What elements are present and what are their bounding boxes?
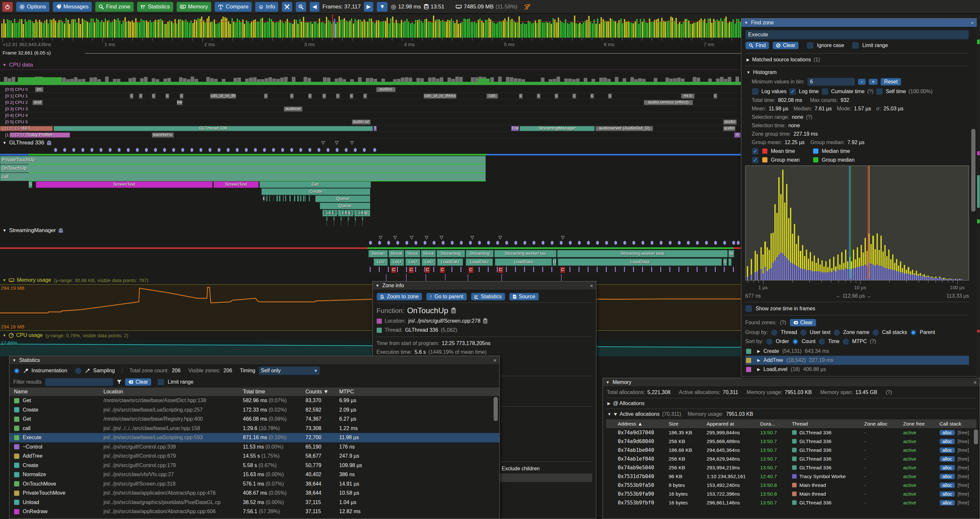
memory-col-address[interactable]: Address ▲ xyxy=(618,421,666,427)
timeline-zone[interactable]: Strean xyxy=(368,250,388,257)
statistics-titlebar[interactable]: ▼Statistics× xyxy=(10,356,500,365)
stats-row[interactable]: Executejni/../jni/src/claw/base/LuaScrip… xyxy=(10,433,500,442)
clipboard-icon[interactable] xyxy=(451,307,456,314)
memory-col-size[interactable]: Size xyxy=(669,421,704,427)
statistics-scrollbar[interactable] xyxy=(493,397,498,421)
timeline-zone[interactable] xyxy=(328,210,328,215)
timeline-zone[interactable]: ScreenText xyxy=(213,181,259,188)
find-zone-titlebar[interactable]: ▼Find zone× xyxy=(741,19,977,27)
timeline-zone[interactable]: LoU xyxy=(390,259,404,266)
timeline-zone[interactable]: c xyxy=(152,93,156,99)
sample-dot[interactable] xyxy=(651,241,654,245)
filter-input[interactable] xyxy=(45,378,113,386)
limit-range-checkbox[interactable] xyxy=(852,42,859,49)
timeline-zone[interactable]: Streaming worker task xyxy=(557,250,728,257)
memory-usage-header[interactable]: ▼Memory usage(y-range: 30.88 KB, visible… xyxy=(3,277,148,283)
sample-dot[interactable] xyxy=(542,241,544,245)
sample-dot[interactable] xyxy=(533,241,535,245)
sample-dot[interactable] xyxy=(363,148,366,152)
stats-row[interactable]: calljni/../jni/../../../src/claw/base/Lu… xyxy=(10,424,500,433)
sample-dot[interactable] xyxy=(433,241,436,245)
sample-dot[interactable] xyxy=(587,241,590,245)
timeline-zone[interactable] xyxy=(300,195,302,201)
sample-dot[interactable] xyxy=(299,148,302,152)
stats-row[interactable]: Unloadjni/../jni/src/claw/graphics/pixel… xyxy=(10,498,500,507)
timeline-zone[interactable]: C xyxy=(391,267,396,273)
zone-statistics-button[interactable]: Statistics xyxy=(471,293,505,300)
timeline-zone[interactable]: LoU xyxy=(406,259,420,266)
sample-dot[interactable] xyxy=(181,148,184,152)
timeline-zone[interactable]: audio.service (effect) xyxy=(644,100,693,105)
alloc-button[interactable]: alloc xyxy=(939,474,955,479)
radio-mtpc[interactable] xyxy=(843,338,849,345)
bin-minus-button[interactable]: - xyxy=(858,78,866,85)
memory-row[interactable]: 0x7553b9fa9016 bytes153,722,396ns13:50.8… xyxy=(606,489,977,498)
timeline-zone[interactable]: Streal xyxy=(388,250,404,257)
timeline-zone[interactable]: LoU xyxy=(422,259,436,266)
timeline-zone[interactable] xyxy=(309,195,310,201)
sample-dot[interactable] xyxy=(414,241,417,245)
zoom-to-zone-button[interactable]: Zoom to zone xyxy=(377,293,422,300)
timeline-zone[interactable]: c xyxy=(180,93,183,99)
memory-row[interactable]: 0x74ab1ef040256 KB294,629,948ns13:50.7GL… xyxy=(606,454,977,463)
sample-dot[interactable] xyxy=(154,148,157,152)
find-zone-scrollbar[interactable] xyxy=(971,129,975,212)
sample-dot[interactable] xyxy=(714,241,717,245)
timeline-zone[interactable]: Queue xyxy=(315,195,370,202)
sample-dot[interactable] xyxy=(605,241,608,245)
sample-dot[interactable] xyxy=(91,148,93,152)
sample-dot[interactable] xyxy=(354,148,357,152)
stats-col-name[interactable]: Name xyxy=(14,389,101,395)
sample-dot[interactable] xyxy=(660,241,662,245)
find-zone-query-input[interactable]: Execute xyxy=(745,30,969,40)
timeline-zone[interactable] xyxy=(333,217,335,221)
sample-dot[interactable] xyxy=(442,241,445,245)
timeline-zone[interactable]: c xyxy=(573,93,576,99)
radio-call-stacks[interactable] xyxy=(872,329,879,336)
timeline-zone[interactable]: kworker/u xyxy=(152,133,174,137)
timeline-zone[interactable]: OnTouchUp xyxy=(0,164,486,172)
radio-time[interactable] xyxy=(818,338,825,345)
find-button[interactable]: Find xyxy=(745,42,769,50)
timeline-zone[interactable] xyxy=(363,210,364,215)
alloc-button[interactable]: alloc xyxy=(939,430,955,436)
stats-row[interactable]: Get/mnt/e/claw/src/claw/base/AssetDict.h… xyxy=(10,396,500,406)
stats-row[interactable]: AddTreejni/../jni/src/guif/Control.cpp:6… xyxy=(10,452,500,461)
timeline-zone[interactable]: A xyxy=(734,133,741,137)
sample-dot[interactable] xyxy=(326,148,329,152)
alloc-button[interactable]: alloc xyxy=(939,491,955,497)
timeline-zone[interactable]: audio xyxy=(723,126,735,131)
alloc-button[interactable]: alloc xyxy=(939,456,955,462)
timeline-zone[interactable] xyxy=(357,210,358,215)
timeline-zone[interactable] xyxy=(305,195,306,201)
show-zone-time-checkbox[interactable] xyxy=(745,305,752,312)
memory-col-appeared-at[interactable]: Appeared at xyxy=(706,421,757,427)
sample-dot[interactable] xyxy=(309,148,311,152)
message-marker[interactable]: ▽ xyxy=(393,235,397,240)
message-marker[interactable]: ▽ xyxy=(498,235,502,240)
sample-dot[interactable] xyxy=(578,241,581,245)
sample-dot[interactable] xyxy=(72,148,75,152)
stats-col-total-time[interactable]: Total time xyxy=(243,389,303,395)
sample-dot[interactable] xyxy=(523,241,526,245)
memory-col-zone-free[interactable]: Zone free xyxy=(903,421,937,427)
timeline-zone[interactable]: Strea xyxy=(405,250,420,257)
timeline-zone[interactable] xyxy=(334,210,335,215)
sample-dot[interactable] xyxy=(336,148,339,152)
timeline-zone[interactable]: c xyxy=(608,93,612,99)
sample-dot[interactable] xyxy=(632,241,635,245)
timeline-zone[interactable]: LoadDaU xyxy=(437,259,463,266)
sample-dot[interactable] xyxy=(623,241,626,245)
timeline-zone[interactable]: call xyxy=(0,172,486,181)
timeline-zone[interactable]: cds_ol_rx_thr xyxy=(210,93,236,99)
source-button[interactable]: Source xyxy=(509,293,539,300)
timeline-zone[interactable]: Streaming worker tas xyxy=(494,250,557,257)
timeline-zone[interactable]: C xyxy=(409,267,414,273)
close-icon[interactable]: × xyxy=(974,380,977,385)
stats-row[interactable]: Createjni/../jni/src/claw/base/LuaScript… xyxy=(10,406,500,415)
strip-segment[interactable] xyxy=(977,40,980,44)
memory-col-call-stack[interactable]: Call stack xyxy=(939,421,980,427)
timeline-zone[interactable] xyxy=(326,217,328,221)
timeline-zone[interactable] xyxy=(303,195,304,201)
stats-col-mtpc[interactable]: MTPC xyxy=(339,389,500,395)
